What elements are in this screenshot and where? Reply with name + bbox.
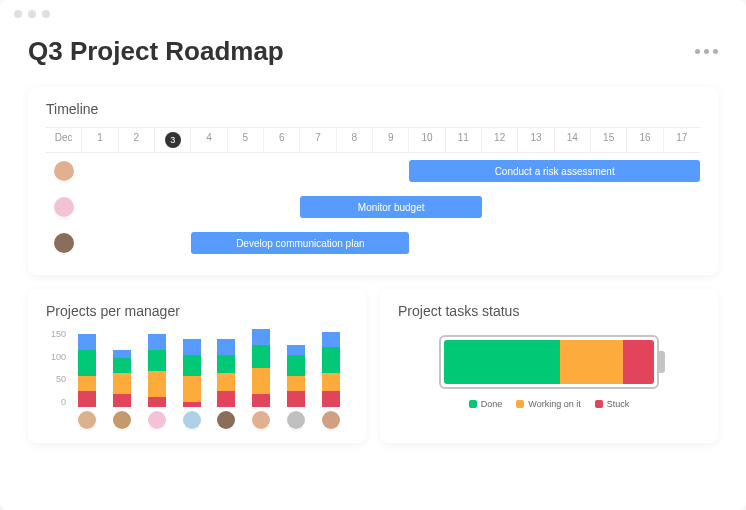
ppm-segment-yellow: [287, 376, 305, 392]
status-legend: Done Working on it Stuck: [469, 399, 629, 409]
timeline-day-cell: 5: [228, 128, 264, 152]
timeline-day-cell: 3: [155, 128, 191, 152]
status-title: Project tasks status: [398, 303, 700, 319]
ppm-segment-green: [252, 345, 270, 368]
ppm-segment-red: [287, 391, 305, 407]
ppm-segment-red: [113, 394, 131, 407]
timeline-title: Timeline: [46, 101, 700, 117]
ppm-segment-green: [148, 350, 166, 371]
avatar[interactable]: [54, 233, 74, 253]
ppm-segment-red: [322, 391, 340, 407]
ppm-column: [313, 332, 348, 429]
timeline-day-cell: 16: [627, 128, 663, 152]
legend-stuck-label: Stuck: [607, 399, 630, 409]
avatar[interactable]: [217, 411, 235, 429]
ppm-column: [209, 339, 244, 429]
avatar[interactable]: [322, 411, 340, 429]
timeline-scale: Dec1234567891011121314151617: [46, 127, 700, 153]
dots-icon: [704, 49, 709, 54]
window-dot: [42, 10, 50, 18]
ppm-segment-red: [252, 394, 270, 407]
ppm-segment-red: [148, 397, 166, 407]
ppm-segment-blue: [78, 334, 96, 350]
ppm-segment-red: [217, 391, 235, 407]
ppm-y-tick: 150: [46, 329, 66, 339]
timeline-day-cell: 8: [337, 128, 373, 152]
timeline-day-cell: 6: [264, 128, 300, 152]
timeline-row: Monitor budget: [46, 189, 700, 225]
ppm-segment-yellow: [322, 373, 340, 391]
ppm-y-axis: 150100500: [46, 329, 66, 429]
legend-swatch-yellow: [516, 400, 524, 408]
ppm-bar-stack[interactable]: [78, 334, 96, 407]
timeline-day-cell: 1: [82, 128, 118, 152]
avatar[interactable]: [183, 411, 201, 429]
window-controls: [0, 0, 746, 22]
ppm-bar-stack[interactable]: [183, 339, 201, 407]
ppm-bar-stack[interactable]: [287, 345, 305, 407]
timeline-current-day-badge: 3: [165, 132, 181, 148]
ppm-segment-blue: [217, 339, 235, 355]
timeline-rows: Conduct a risk assessmentMonitor budgetD…: [46, 153, 700, 261]
ppm-title: Projects per manager: [46, 303, 348, 319]
legend-stuck: Stuck: [595, 399, 630, 409]
timeline-day-cell: 10: [409, 128, 445, 152]
avatar[interactable]: [252, 411, 270, 429]
ppm-segment-red: [183, 402, 201, 407]
ppm-bar-stack[interactable]: [322, 332, 340, 407]
timeline-row: Develop communication plan: [46, 225, 700, 261]
legend-swatch-red: [595, 400, 603, 408]
ppm-segment-green: [183, 355, 201, 376]
timeline-bar[interactable]: Monitor budget: [300, 196, 482, 218]
timeline-day-cell: 4: [191, 128, 227, 152]
ppm-segment-green: [217, 355, 235, 373]
timeline-day-cell: 15: [591, 128, 627, 152]
avatar[interactable]: [54, 161, 74, 181]
timeline-day-cell: 13: [518, 128, 554, 152]
timeline-month-cell: Dec: [46, 128, 82, 152]
timeline-bar[interactable]: Conduct a risk assessment: [409, 160, 700, 182]
ppm-segment-green: [78, 350, 96, 376]
ppm-segment-red: [78, 391, 96, 407]
timeline-day-cell: 12: [482, 128, 518, 152]
ppm-segment-blue: [322, 332, 340, 348]
ppm-segment-yellow: [217, 373, 235, 391]
ppm-segment-yellow: [148, 371, 166, 397]
status-segment: [560, 340, 623, 384]
ppm-segment-yellow: [183, 376, 201, 402]
ppm-bar-stack[interactable]: [113, 350, 131, 407]
dots-icon: [695, 49, 700, 54]
ppm-column: [105, 350, 140, 429]
ppm-segment-blue: [148, 334, 166, 350]
timeline-day-cell: 14: [555, 128, 591, 152]
timeline-day-cell: 7: [300, 128, 336, 152]
more-menu-button[interactable]: [695, 49, 718, 54]
ppm-column: [244, 329, 279, 429]
legend-working-label: Working on it: [528, 399, 580, 409]
timeline-day-cell: 9: [373, 128, 409, 152]
ppm-segment-green: [287, 355, 305, 376]
ppm-segment-blue: [113, 350, 131, 358]
legend-working: Working on it: [516, 399, 580, 409]
ppm-y-tick: 100: [46, 352, 66, 362]
ppm-segment-green: [113, 358, 131, 374]
timeline-day-cell: 2: [119, 128, 155, 152]
ppm-segment-yellow: [78, 376, 96, 392]
dots-icon: [713, 49, 718, 54]
avatar[interactable]: [113, 411, 131, 429]
ppm-bar-stack[interactable]: [252, 329, 270, 407]
timeline-day-cell: 11: [446, 128, 482, 152]
avatar[interactable]: [54, 197, 74, 217]
avatar[interactable]: [287, 411, 305, 429]
ppm-bar-stack[interactable]: [217, 339, 235, 407]
app-window: Q3 Project Roadmap Timeline Dec123456789…: [0, 0, 746, 510]
ppm-bar-stack[interactable]: [148, 334, 166, 407]
ppm-segment-blue: [287, 345, 305, 355]
avatar[interactable]: [148, 411, 166, 429]
timeline-bar[interactable]: Develop communication plan: [191, 232, 409, 254]
status-segment: [444, 340, 560, 384]
ppm-segment-blue: [252, 329, 270, 345]
status-segment: [623, 340, 655, 384]
ppm-segment-yellow: [252, 368, 270, 394]
avatar[interactable]: [78, 411, 96, 429]
